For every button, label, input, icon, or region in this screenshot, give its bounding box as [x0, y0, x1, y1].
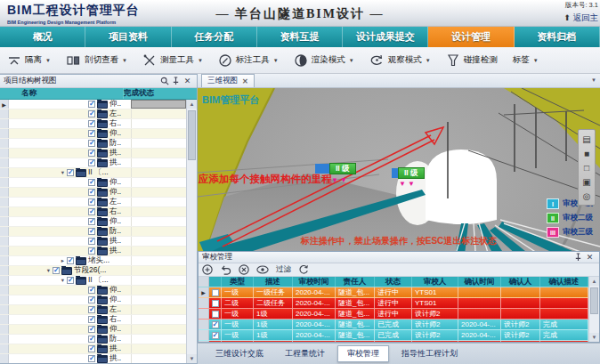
checkbox[interactable] [88, 316, 95, 323]
review-scrollbar[interactable]: ▲ ▼ [588, 277, 599, 342]
checkbox[interactable] [88, 159, 95, 166]
scrollbar-thumb[interactable] [590, 287, 598, 314]
wireframe-view-icon[interactable]: □ [579, 160, 595, 174]
tree-row[interactable]: 仰.. [0, 295, 186, 305]
section-view-button[interactable]: 剖切查看▼ [66, 54, 127, 67]
pin-icon[interactable] [170, 77, 182, 86]
tree-row[interactable]: ▾ II 〔... [0, 276, 186, 286]
checkbox[interactable] [88, 238, 95, 245]
bottom-tab[interactable]: 指导性工程计划 [393, 346, 466, 361]
tree-row[interactable]: 仰.. [0, 178, 186, 188]
view-review-icon[interactable] [256, 265, 269, 274]
review-row[interactable]: 一级 1级 2020-04-... 隧道_包... 进行中 设计师2 [199, 309, 588, 320]
observe-mode-button[interactable]: 观察模式▼ [369, 53, 431, 68]
review-row[interactable]: 一级 1级 2020-04-... 隧道_包... 已完成 设计师2 2020-… [199, 320, 588, 330]
checkbox[interactable] [88, 150, 95, 157]
tree-row[interactable]: 仰.. [0, 188, 186, 198]
checkbox[interactable] [67, 169, 74, 176]
tree-row[interactable]: 左.. [0, 305, 186, 315]
checkbox[interactable] [88, 198, 95, 206]
print-view-icon[interactable]: ▤ [579, 132, 595, 146]
scroll-down-icon[interactable]: ▼ [187, 354, 197, 363]
collision-detect-button[interactable]: 碰撞检测 [446, 53, 498, 68]
checkbox[interactable] [88, 326, 95, 333]
bottom-tab[interactable]: 工程量统计 [276, 346, 334, 361]
tree-col-status[interactable]: 完成状态 [123, 88, 197, 99]
tree-col-name[interactable]: 名称 [0, 88, 123, 99]
checkbox[interactable] [88, 140, 95, 147]
solid-view-icon[interactable]: ■ [579, 146, 595, 160]
close-icon[interactable]: ✕ [242, 77, 248, 85]
tab-3d-view[interactable]: 三维视图 ✕ [201, 74, 255, 87]
checkbox[interactable] [88, 218, 95, 225]
undo-icon[interactable] [220, 264, 231, 275]
checkbox[interactable] [88, 228, 95, 235]
tree-row[interactable]: ▸ 堵头... [0, 256, 186, 266]
tree-row[interactable]: 拱.. [0, 237, 186, 247]
tree-row[interactable]: 右.. [0, 315, 186, 325]
checkbox[interactable] [88, 120, 95, 127]
tag-button[interactable]: 标签▼ [513, 54, 539, 66]
measure-tool-button[interactable]: 测量工具▼ [142, 54, 203, 67]
checkbox[interactable] [88, 208, 95, 215]
delete-review-icon[interactable] [239, 264, 249, 275]
checkbox[interactable] [88, 345, 95, 352]
tree-row[interactable]: 拱.. [0, 247, 186, 256]
bottom-tab[interactable]: 三维设计交底 [207, 346, 272, 361]
menu-tab[interactable]: 资料互提 [257, 27, 343, 47]
checkbox[interactable] [88, 130, 95, 137]
tree-row[interactable]: 拱.. [0, 354, 186, 363]
checkbox[interactable] [212, 332, 219, 339]
tree-row[interactable]: 防.. [0, 139, 186, 149]
checkbox[interactable] [212, 311, 219, 318]
tree-row[interactable]: 右.. [0, 119, 186, 129]
expand-arrow-icon[interactable]: ▾ [59, 169, 67, 176]
tree-row[interactable]: ▾ II 〔... [0, 168, 186, 178]
tab-list-dropdown-icon[interactable]: ▼ [591, 77, 596, 83]
review-row[interactable]: 一级 1级 2020-04-... 隧道_包... 进行中 设计师2 [199, 341, 588, 342]
scroll-up-icon[interactable]: ▲ [187, 100, 197, 109]
orbit-icon[interactable]: ◎ [579, 189, 595, 203]
bottom-tab[interactable]: 审校管理 [337, 345, 389, 362]
checkbox[interactable] [88, 179, 95, 186]
tree-row[interactable]: 仰.. [0, 286, 186, 295]
menu-tab[interactable]: 概况 [0, 27, 85, 47]
review-row[interactable]: ▶ 一级 一级任务 2020-04-... 隧道_包... 进行中 YTS01 [199, 287, 588, 298]
checkbox[interactable] [88, 287, 95, 294]
checkbox[interactable] [212, 289, 219, 296]
expand-arrow-icon[interactable]: ▾ [45, 267, 53, 274]
checkbox[interactable] [88, 247, 95, 255]
close-icon[interactable]: ✕ [584, 253, 596, 263]
checkbox[interactable] [88, 306, 95, 313]
add-review-icon[interactable] [202, 264, 213, 275]
tree-row[interactable]: 拱.. [0, 344, 186, 354]
tree-scrollbar[interactable]: ▲ ▼ [186, 100, 197, 363]
menu-tab[interactable]: 项目资料 [85, 27, 171, 47]
checkbox[interactable] [212, 300, 219, 307]
search-icon[interactable] [158, 77, 170, 86]
isolate-button[interactable]: 隔离▼ [7, 54, 51, 67]
menu-tab[interactable]: 任务分配 [172, 27, 257, 47]
checkbox[interactable] [88, 101, 95, 108]
tree-row[interactable]: 仰.. [0, 217, 186, 227]
filter-button[interactable]: 过滤 [276, 264, 291, 275]
tree-row[interactable]: 仰.. [0, 129, 186, 139]
refresh-icon[interactable] [298, 264, 309, 275]
menu-tab[interactable]: 资料归档 [515, 27, 600, 47]
scroll-up-icon[interactable]: ▲ [589, 277, 599, 286]
grade-label-2[interactable]: II 级 [392, 167, 425, 179]
expand-arrow-icon[interactable]: ▸ [59, 257, 67, 264]
return-home-button[interactable]: ⬆ 返回主 [564, 12, 598, 24]
tree-row[interactable]: 防.. [0, 335, 186, 344]
tree-row[interactable]: 左.. [0, 109, 186, 119]
menu-tab[interactable]: 设计管理 [428, 27, 514, 47]
3d-viewport[interactable]: BIM管理平台 应添加每个接触网构件的里程 标注操作中，禁止场景操作，按ESC退… [198, 88, 600, 364]
review-row[interactable]: 一级 1级 2020-04-... 隧道_包... 已完成 设计师2 2020-… [199, 330, 588, 341]
tree-row[interactable]: ▶ 仰.. [0, 100, 186, 109]
review-row[interactable]: 二级 二级任务 2020-04-... 隧道_包... 进行中 YTS01 [199, 298, 588, 309]
snapshot-icon[interactable]: ▣ [579, 174, 595, 189]
checkbox[interactable] [88, 189, 95, 196]
checkbox[interactable] [88, 355, 95, 362]
pin-icon[interactable] [572, 253, 584, 263]
checkbox[interactable] [88, 110, 95, 117]
